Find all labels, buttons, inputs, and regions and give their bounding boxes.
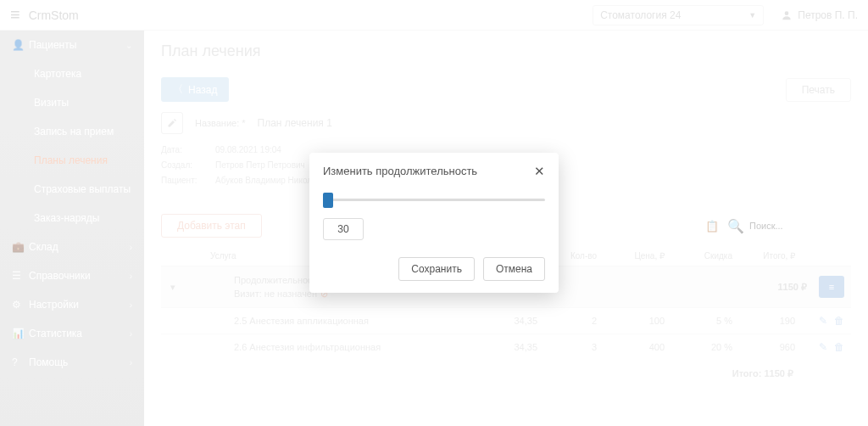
modal-overlay: Изменить продолжительность ✕ Сохранить О… bbox=[0, 0, 868, 426]
close-icon[interactable]: ✕ bbox=[534, 165, 545, 177]
duration-input[interactable] bbox=[323, 218, 364, 240]
duration-slider[interactable] bbox=[323, 193, 545, 208]
modal-title: Изменить продолжительность bbox=[323, 165, 534, 177]
cancel-button[interactable]: Отмена bbox=[483, 257, 545, 281]
save-button[interactable]: Сохранить bbox=[398, 257, 475, 281]
slider-track bbox=[323, 199, 545, 201]
slider-thumb[interactable] bbox=[323, 193, 333, 208]
duration-modal: Изменить продолжительность ✕ Сохранить О… bbox=[309, 153, 559, 293]
